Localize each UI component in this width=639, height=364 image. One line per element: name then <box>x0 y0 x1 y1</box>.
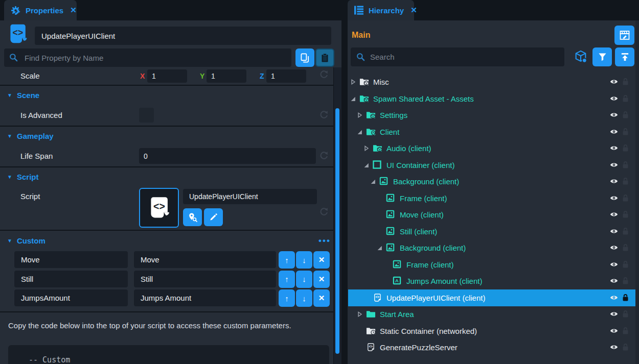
param-name-field[interactable] <box>14 271 128 287</box>
lock-icon[interactable] <box>622 260 629 269</box>
script-asset-thumbnail[interactable]: <> <box>139 188 179 228</box>
eye-icon[interactable] <box>610 195 618 201</box>
param-display-field[interactable] <box>134 271 276 287</box>
lock-icon[interactable] <box>622 327 629 335</box>
tab-properties[interactable]: Properties ✕ <box>4 0 77 20</box>
tree-row[interactable]: Background (client) <box>348 173 635 190</box>
eye-icon[interactable] <box>610 261 618 268</box>
eye-icon[interactable] <box>610 211 618 217</box>
tree-row[interactable]: Move (client) <box>348 206 635 223</box>
cube-icon[interactable] <box>574 50 588 64</box>
lock-icon[interactable] <box>622 227 629 235</box>
paste-properties-button[interactable] <box>315 48 334 67</box>
tree-row[interactable]: Client <box>348 124 635 140</box>
section-gameplay-title[interactable]: Gameplay <box>17 127 54 146</box>
lock-icon[interactable] <box>622 210 629 219</box>
eye-icon[interactable] <box>610 278 618 284</box>
tree-row[interactable]: AJumps Amount (client) <box>348 273 635 289</box>
lock-icon[interactable] <box>622 294 629 302</box>
tree-row[interactable]: Still (client) <box>348 223 635 240</box>
life-span-field[interactable] <box>139 148 316 164</box>
chevron-collapsed-icon[interactable] <box>357 311 362 317</box>
tree-row[interactable]: Start Area <box>348 306 635 323</box>
property-search-input[interactable] <box>4 48 291 67</box>
scale-z-field[interactable] <box>266 69 306 83</box>
eye-icon[interactable] <box>610 295 618 301</box>
chevron-down-icon[interactable]: ▼ <box>7 167 12 187</box>
param-display-field[interactable] <box>134 289 276 306</box>
eye-icon[interactable] <box>610 129 618 135</box>
reset-icon[interactable] <box>319 110 329 120</box>
lock-icon[interactable] <box>622 111 629 119</box>
lock-icon[interactable] <box>622 128 629 136</box>
script-name-field[interactable] <box>183 189 317 204</box>
move-down-button[interactable]: ↓ <box>296 289 312 307</box>
remove-param-button[interactable]: ✕ <box>313 251 330 269</box>
scene-manager-button[interactable] <box>614 26 634 45</box>
tree-row[interactable]: Spawn Shared Asset - Assets <box>348 90 635 107</box>
lock-icon[interactable] <box>622 277 629 285</box>
section-scene-title[interactable]: Scene <box>17 86 39 105</box>
chevron-expanded-icon[interactable] <box>363 162 369 168</box>
hierarchy-search-input[interactable] <box>351 47 564 66</box>
reset-icon[interactable] <box>319 207 329 217</box>
lock-icon[interactable] <box>622 161 629 169</box>
lock-icon[interactable] <box>622 144 629 152</box>
chevron-collapsed-icon[interactable] <box>357 112 362 118</box>
eye-icon[interactable] <box>610 95 618 102</box>
tree-row[interactable]: Frame (client) <box>348 256 635 273</box>
tree-row[interactable]: <>GeneratePuzzleServer <box>348 339 635 356</box>
chevron-collapsed-icon[interactable] <box>363 145 369 151</box>
properties-scrollbar-thumb[interactable] <box>335 108 339 354</box>
chevron-expanded-icon[interactable] <box>370 179 376 184</box>
code-snippet-block[interactable]: -- Custom <box>8 345 329 364</box>
lock-icon[interactable] <box>622 194 629 202</box>
chevron-down-icon[interactable]: ▼ <box>7 127 12 146</box>
move-up-button[interactable]: ↑ <box>279 289 295 307</box>
chevron-down-icon[interactable]: ▼ <box>7 86 12 105</box>
tab-hierarchy[interactable]: Hierarchy ✕ <box>348 0 414 20</box>
move-down-button[interactable]: ↓ <box>296 251 312 269</box>
lock-icon[interactable] <box>622 244 629 252</box>
chevron-expanded-icon[interactable] <box>377 245 382 251</box>
tree-row[interactable]: UI Container (client) <box>348 157 635 174</box>
chevron-collapsed-icon[interactable] <box>350 79 356 85</box>
copy-properties-button[interactable] <box>295 48 314 67</box>
edit-script-button[interactable] <box>204 208 223 226</box>
move-down-button[interactable]: ↓ <box>296 271 312 288</box>
remove-param-button[interactable]: ✕ <box>313 271 330 288</box>
chevron-expanded-icon[interactable] <box>357 129 362 135</box>
remove-param-button[interactable]: ✕ <box>313 289 330 307</box>
publish-button[interactable] <box>615 47 634 66</box>
locate-script-button[interactable] <box>183 208 202 226</box>
section-custom-title[interactable]: Custom <box>17 231 45 251</box>
tree-row[interactable]: Static Container (networked) <box>348 323 635 339</box>
tree-row[interactable]: Audio (client) <box>348 140 635 157</box>
param-name-field[interactable] <box>14 289 128 306</box>
param-name-field[interactable] <box>14 251 128 268</box>
custom-menu-button[interactable]: ••• <box>318 231 331 251</box>
is-advanced-checkbox[interactable] <box>139 108 154 123</box>
eye-icon[interactable] <box>610 162 618 168</box>
scene-name-label[interactable]: Main <box>352 31 370 40</box>
lock-icon[interactable] <box>622 78 629 86</box>
eye-icon[interactable] <box>610 311 618 317</box>
reset-icon[interactable] <box>319 151 329 161</box>
tree-row[interactable]: <>UpdatePlayerUIClient (client) <box>348 289 635 306</box>
hierarchy-scrollbar-track[interactable] <box>635 20 639 364</box>
reset-icon[interactable] <box>319 70 329 80</box>
close-icon[interactable]: ✕ <box>410 6 417 15</box>
lock-icon[interactable] <box>622 177 629 185</box>
tree-row[interactable]: Settings <box>348 107 635 124</box>
filter-button[interactable] <box>592 47 612 66</box>
eye-icon[interactable] <box>610 79 618 85</box>
eye-icon[interactable] <box>610 112 618 118</box>
tree-row[interactable]: Frame (client) <box>348 190 635 207</box>
eye-icon[interactable] <box>610 344 618 350</box>
eye-icon[interactable] <box>610 328 618 334</box>
move-up-button[interactable]: ↑ <box>279 251 295 269</box>
eye-icon[interactable] <box>610 145 618 151</box>
lock-icon[interactable] <box>622 343 629 351</box>
chevron-down-icon[interactable]: ▼ <box>7 231 12 251</box>
scale-x-field[interactable] <box>147 69 187 83</box>
